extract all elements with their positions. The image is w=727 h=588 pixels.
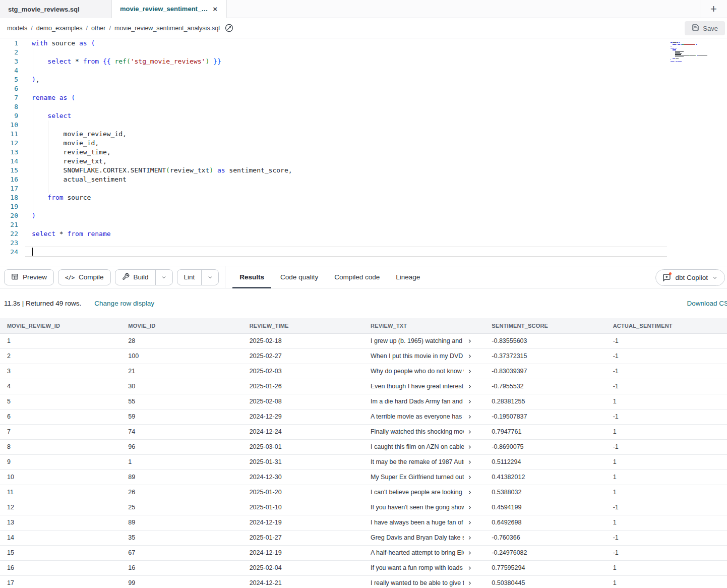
chevron-right-icon[interactable]: [467, 414, 472, 420]
line-number: 19: [0, 202, 18, 211]
minimap-segment: [698, 55, 707, 55]
code-text: ): [32, 211, 36, 220]
cell-review_time: 2024-12-29: [243, 409, 364, 424]
cell-review_time: 2025-02-08: [243, 394, 364, 409]
chevron-right-icon[interactable]: [467, 369, 472, 374]
breadcrumb-segment[interactable]: demo_examples: [36, 25, 83, 32]
chevron-right-icon[interactable]: [467, 384, 472, 389]
panel-tab-compiled-code[interactable]: Compiled code: [326, 266, 388, 288]
cell-actual_sentiment: -1: [606, 348, 727, 364]
chevron-right-icon[interactable]: [467, 459, 472, 465]
results-table-row: 11262025-01-20I can't believe people are…: [0, 485, 727, 500]
build-button[interactable]: Build: [115, 270, 155, 285]
lint-button[interactable]: Lint: [177, 270, 202, 285]
cell-movie_review_id: 1: [0, 333, 121, 348]
minimap-segment: [676, 58, 679, 58]
token-keyword: as: [217, 166, 225, 174]
cell-review_time: 2024-12-21: [243, 575, 364, 588]
line-number: 24: [0, 248, 18, 257]
code-editor[interactable]: 1with source as (23 select * from {{ ref…: [0, 38, 727, 266]
lint-dropdown-button[interactable]: [201, 270, 218, 285]
compile-button[interactable]: </> Compile: [58, 269, 111, 285]
chevron-right-icon[interactable]: [467, 429, 472, 435]
token-text: [83, 230, 87, 238]
build-dropdown-button[interactable]: [155, 270, 172, 285]
token-bracket: (: [127, 57, 131, 65]
new-tab-button[interactable]: +: [700, 0, 727, 18]
dbt-copilot-button[interactable]: dbt Copilot: [655, 269, 725, 286]
cell-movie_id: 30: [121, 379, 242, 394]
cell-review_time: 2025-01-27: [243, 530, 364, 545]
close-icon[interactable]: ×: [213, 5, 217, 13]
cell-movie_review_id: 10: [0, 469, 121, 485]
code-line: 23: [0, 239, 292, 248]
cell-sentiment_score: -0.37372315: [484, 348, 605, 364]
minimap-segment: [679, 42, 679, 43]
chevron-right-icon[interactable]: [467, 565, 472, 571]
chevron-right-icon[interactable]: [467, 520, 472, 525]
chevron-right-icon[interactable]: [467, 505, 472, 510]
line-number: 23: [0, 239, 18, 248]
token-text: review_time,: [32, 148, 111, 156]
token-keyword: select: [47, 57, 71, 65]
minimap-segment: [671, 62, 674, 62]
file-tab-movie-review-sentiment[interactable]: movie_review_sentiment_… ×: [112, 0, 227, 18]
file-tab-stg-movie-reviews[interactable]: stg_movie_reviews.sql: [0, 0, 112, 18]
token-text: review_txt: [170, 166, 209, 174]
change-row-display-link[interactable]: Change row display: [94, 300, 154, 307]
cell-sentiment_score: -0.8690075: [484, 439, 605, 454]
chevron-right-icon[interactable]: [467, 354, 472, 359]
line-number: 5: [0, 75, 18, 84]
code-text: with source as (: [32, 39, 95, 48]
breadcrumb-segment[interactable]: other: [91, 25, 106, 32]
notification-dot: [669, 272, 672, 275]
code-line: 24: [0, 248, 292, 257]
cell-movie_review_id: 15: [0, 545, 121, 560]
code-line: 22select * from rename: [0, 229, 292, 239]
cell-review_time: 2025-01-20: [243, 485, 364, 500]
panel-tab-results[interactable]: Results: [231, 266, 272, 288]
panel-tab-lineage[interactable]: Lineage: [388, 266, 428, 288]
token-text: actual_sentiment: [32, 175, 127, 183]
save-button-label: Save: [703, 25, 718, 32]
minimap-segment: [671, 46, 672, 46]
chevron-right-icon[interactable]: [467, 535, 472, 541]
preview-button[interactable]: Preview: [4, 269, 54, 285]
breadcrumb-separator: /: [31, 25, 32, 32]
chevron-right-icon[interactable]: [467, 338, 472, 344]
chevron-right-icon[interactable]: [467, 490, 472, 495]
cell-review_time: 2025-02-04: [243, 560, 364, 575]
code-line: 7rename as (: [0, 93, 292, 102]
review-text: I grew up (b. 1965) watching and lovin…: [371, 337, 464, 344]
cell-actual_sentiment: -1: [606, 409, 727, 424]
download-csv-link[interactable]: Download CSV: [687, 288, 727, 318]
panel-tab-code-quality[interactable]: Code quality: [272, 266, 326, 288]
review-text: If you want a fun romp with loads of s…: [371, 564, 464, 571]
chevron-right-icon[interactable]: [467, 444, 472, 450]
save-button[interactable]: Save: [685, 21, 725, 35]
breadcrumb-segment[interactable]: models: [7, 25, 27, 32]
chevron-right-icon[interactable]: [467, 399, 472, 404]
toolbar-divider: [225, 266, 225, 288]
line-number: 17: [0, 184, 18, 193]
cell-movie_id: 26: [121, 485, 242, 500]
compass-icon[interactable]: [225, 24, 233, 32]
cell-movie_id: 74: [121, 424, 242, 439]
chevron-right-icon[interactable]: [467, 475, 472, 480]
code-line: 1with source as (: [0, 39, 292, 48]
breadcrumb-segment[interactable]: movie_review_sentiment_analysis.sql: [114, 25, 220, 32]
token-keyword: select: [47, 112, 71, 120]
token-text: [213, 166, 217, 174]
code-line: 19: [0, 202, 292, 211]
minimap-segment: [671, 48, 674, 48]
line-number: 2: [0, 48, 18, 57]
results-table-container: MOVIE_REVIEW_IDMOVIE_IDREVIEW_TIMEREVIEW…: [0, 318, 727, 588]
code-line: 5),: [0, 75, 292, 84]
chevron-right-icon[interactable]: [467, 580, 472, 586]
token-text: [209, 57, 213, 65]
token-bracket: ): [32, 212, 36, 219]
code-text: rename as (: [32, 93, 75, 102]
minimap-segment: [676, 48, 677, 48]
editor-minimap[interactable]: [671, 42, 724, 64]
chevron-right-icon[interactable]: [467, 550, 472, 556]
